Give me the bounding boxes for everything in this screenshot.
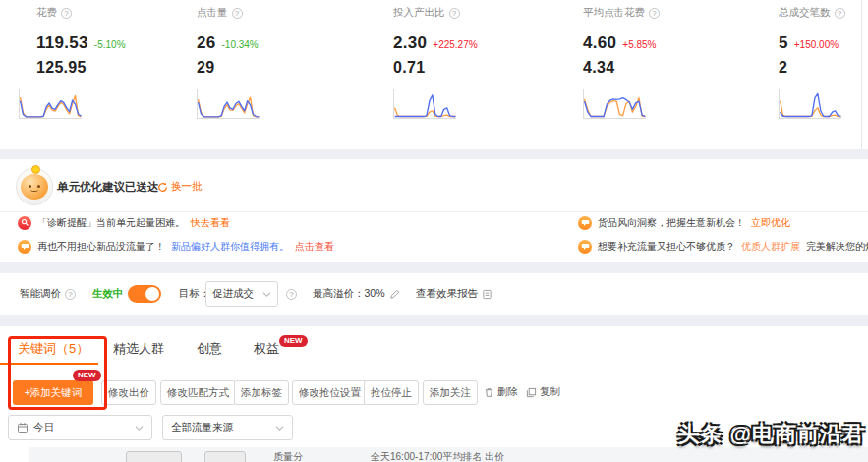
- modify-bid-button[interactable]: 修改出价: [101, 380, 156, 405]
- suggestion-item: 「诊断提醒」当前单元起量困难。 快去看看: [18, 215, 230, 230]
- metric-compare-value: 125.95: [36, 59, 194, 77]
- tab-selected-crowds[interactable]: 精选人群: [113, 340, 164, 358]
- table-filter-button[interactable]: [204, 451, 246, 462]
- metric-card-avg-cpc: 平均点击花费 4.60+5.85% 4.34: [583, 6, 740, 119]
- chevron-down-icon: [275, 425, 284, 432]
- metric-label: 总成交笔数: [779, 6, 831, 20]
- view-report-link[interactable]: 查看效果报告: [416, 273, 492, 315]
- new-badge: NEW: [73, 370, 101, 381]
- sparkline-chart: [197, 89, 260, 119]
- section-divider: [0, 315, 868, 326]
- sparkline-chart: [19, 89, 82, 119]
- status-active-label: 生效中: [92, 273, 124, 315]
- help-icon[interactable]: [65, 289, 76, 300]
- metric-value: 5: [779, 33, 788, 53]
- stop-position-grab-button[interactable]: 抢位停止: [364, 380, 419, 405]
- metric-value: 2.30: [393, 33, 427, 53]
- modify-match-type-button[interactable]: 修改匹配方式: [160, 380, 236, 405]
- chevron-down-icon: [135, 425, 144, 432]
- metric-value: 4.60: [583, 33, 616, 53]
- help-icon[interactable]: [286, 289, 297, 300]
- metric-change: +150.00%: [794, 39, 839, 50]
- keyword-table-header: 质量分 全天16:00-17:00平均排名 出价: [29, 447, 868, 462]
- trash-icon: [484, 387, 494, 398]
- quality-crowd-link[interactable]: 优质人群扩展: [741, 240, 800, 254]
- sparkline-chart: [583, 89, 646, 119]
- copy-button[interactable]: 复制: [526, 385, 560, 399]
- chat-bubble-icon: [578, 240, 592, 254]
- metric-compare-value: 4.34: [583, 59, 740, 77]
- active-tab-underline: [0, 363, 98, 365]
- column-header-avg-rank[interactable]: 全天16:00-17:00平均排名: [371, 450, 482, 462]
- suggestion-item: 再也不用担心新品没流量了！ 新品偏好人群你值得拥有。 点击查看: [18, 239, 334, 254]
- help-icon[interactable]: [649, 8, 660, 19]
- section-divider: [0, 149, 868, 159]
- refresh-icon: [157, 182, 168, 193]
- target-select[interactable]: 促进成交: [205, 281, 278, 307]
- suggestion-item: 想要补充流量又担心不够优质？ 优质人群扩展 完美解决您的烦恼。 点击查看: [578, 239, 868, 254]
- suggestion-text: 完美解决您的烦恼。: [806, 240, 868, 254]
- max-premium-label: 最高溢价：30%: [313, 287, 385, 301]
- metric-change: +5.85%: [622, 39, 656, 50]
- metric-change: -5.10%: [94, 39, 126, 50]
- smart-pricing-label: 智能调价: [20, 287, 61, 301]
- assistant-mascot-icon: [16, 168, 53, 205]
- metric-card-roi: 投入产出比 2.30+225.27% 0.71: [393, 6, 550, 119]
- chevron-down-icon: [262, 291, 271, 298]
- click-view-link[interactable]: 点击查看: [295, 240, 334, 254]
- smart-pricing-toggle[interactable]: [128, 285, 161, 303]
- metric-compare-value: 2: [779, 59, 868, 77]
- metric-value: 119.53: [36, 33, 88, 53]
- metric-compare-value: 29: [197, 59, 354, 77]
- optimize-now-link[interactable]: 立即优化: [751, 216, 790, 230]
- suggestion-text: 「诊断提醒」当前单元起量困难。: [37, 216, 185, 230]
- metric-change: -10.34%: [222, 39, 259, 50]
- metric-label: 平均点击花费: [583, 6, 645, 20]
- tab-creative[interactable]: 创意: [197, 340, 222, 358]
- go-see-link[interactable]: 快去看看: [191, 216, 230, 230]
- delete-button[interactable]: 删除: [484, 385, 518, 399]
- edit-pencil-icon[interactable]: [389, 289, 400, 300]
- modify-position-grab-button[interactable]: 修改抢位设置: [292, 380, 368, 405]
- date-range-select[interactable]: 今日: [8, 415, 152, 440]
- metric-card-cost: 花费 119.53-5.10% 125.95: [36, 6, 194, 119]
- sparkline-chart: [779, 89, 841, 119]
- sparkline-chart: [393, 89, 456, 119]
- add-tag-button[interactable]: 添加标签: [234, 380, 289, 405]
- divider: [0, 211, 868, 212]
- refresh-suggestions-link[interactable]: 换一批: [157, 180, 203, 194]
- calendar-icon: [17, 422, 29, 433]
- smart-pricing-bar: 智能调价 生效中 目标： 促进成交 最高溢价：30% 查看效果报告: [0, 273, 868, 315]
- help-icon[interactable]: [449, 8, 460, 19]
- optimization-suggestions-panel: 单元优化建议已送达 换一批 「诊断提醒」当前单元起量困难。 快去看看 再也不用担…: [0, 159, 868, 262]
- suggestion-item: 货品风向洞察，把握生意新机会！ 立即优化: [578, 215, 790, 230]
- suggestion-text: 再也不用担心新品没流量了！: [37, 240, 165, 254]
- metric-card-orders: 总成交笔数 5+150.00% 2: [779, 6, 868, 119]
- tab-keywords[interactable]: 关键词（5）: [18, 340, 88, 358]
- metric-label: 点击量: [197, 6, 228, 20]
- report-icon: [482, 289, 492, 300]
- help-icon[interactable]: [835, 8, 845, 19]
- help-icon[interactable]: [232, 8, 243, 19]
- section-divider: [0, 262, 868, 273]
- add-keyword-button[interactable]: +添加关键词: [13, 380, 93, 405]
- new-product-crowd-link[interactable]: 新品偏好人群你值得拥有。: [171, 240, 289, 254]
- help-icon[interactable]: [61, 8, 72, 19]
- metric-card-clicks: 点击量 26-10.34% 29: [197, 6, 354, 119]
- add-follow-button[interactable]: 添加关注: [423, 380, 478, 405]
- metric-value: 26: [197, 33, 216, 53]
- diagnosis-icon: [18, 216, 31, 230]
- metrics-panel: 花费 119.53-5.10% 125.95 点击量 26-10.34% 29 …: [0, 0, 868, 149]
- watermark-text: 头条 @电商前沿君: [677, 420, 865, 449]
- suggestion-text: 想要补充流量又担心不够优质？: [598, 240, 735, 254]
- traffic-source-select[interactable]: 全部流量来源: [162, 415, 293, 440]
- chat-bubble-icon: [578, 216, 592, 230]
- column-header-quality-score[interactable]: 质量分: [273, 450, 303, 462]
- ad-unit-dashboard: 花费 119.53-5.10% 125.95 点击量 26-10.34% 29 …: [0, 0, 868, 462]
- tab-rights[interactable]: 权益: [254, 340, 279, 358]
- metric-compare-value: 0.71: [393, 59, 550, 77]
- metric-label: 投入产出比: [393, 6, 445, 20]
- column-header-bid[interactable]: 出价: [485, 450, 504, 462]
- table-filter-button[interactable]: [126, 451, 182, 462]
- metric-label: 花费: [36, 6, 57, 20]
